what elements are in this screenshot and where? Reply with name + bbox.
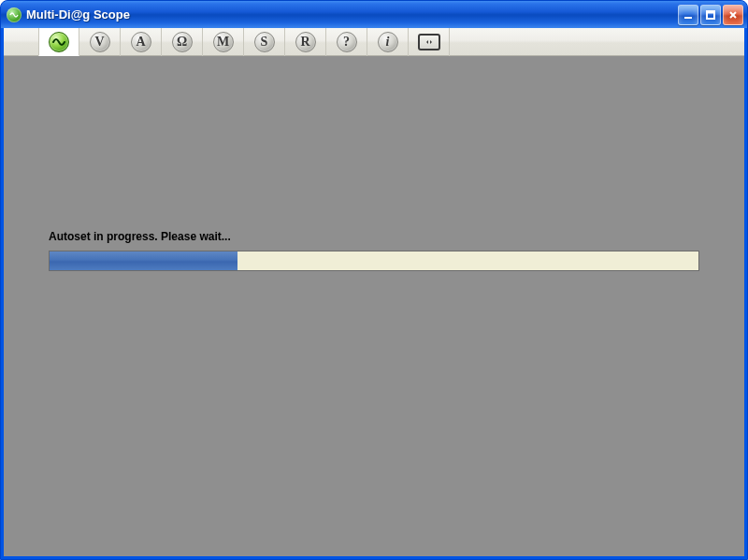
app-icon	[7, 7, 22, 22]
progress-bar	[49, 251, 699, 271]
m-button[interactable]: M	[203, 28, 244, 56]
s-button[interactable]: S	[244, 28, 285, 56]
r-button[interactable]: R	[285, 28, 326, 56]
window-title: Multi-Di@g Scope	[26, 7, 130, 22]
r-icon: R	[295, 32, 316, 52]
maximize-button[interactable]	[700, 5, 721, 25]
info-button[interactable]: i	[367, 28, 409, 56]
volts-button[interactable]: V	[79, 28, 121, 56]
content-area: Autoset in progress. Please wait...	[4, 56, 744, 556]
minimize-button[interactable]	[678, 5, 698, 25]
status-text: Autoset in progress. Please wait...	[49, 230, 699, 243]
ohms-button[interactable]: Ω	[162, 28, 203, 56]
s-icon: S	[254, 32, 275, 52]
window-controls	[678, 5, 747, 25]
progress-fill	[50, 251, 237, 270]
amps-icon: A	[131, 32, 151, 52]
fullscreen-button[interactable]	[409, 28, 450, 56]
help-button[interactable]: ?	[326, 28, 367, 56]
help-icon: ?	[337, 32, 357, 52]
ohms-icon: Ω	[172, 32, 193, 52]
fullscreen-icon	[418, 34, 440, 50]
wave-button[interactable]	[38, 28, 79, 56]
app-window: Multi-Di@g Scope VAΩMSR?i Autoset in pro…	[0, 0, 748, 560]
titlebar[interactable]: Multi-Di@g Scope	[1, 1, 747, 28]
m-icon: M	[213, 32, 234, 52]
wave-icon	[49, 32, 69, 52]
close-button[interactable]	[723, 5, 743, 25]
info-icon: i	[378, 32, 398, 52]
client-area: VAΩMSR?i Autoset in progress. Please wai…	[4, 28, 744, 556]
amps-button[interactable]: A	[121, 28, 162, 56]
volts-icon: V	[90, 32, 110, 52]
toolbar: VAΩMSR?i	[4, 28, 744, 56]
